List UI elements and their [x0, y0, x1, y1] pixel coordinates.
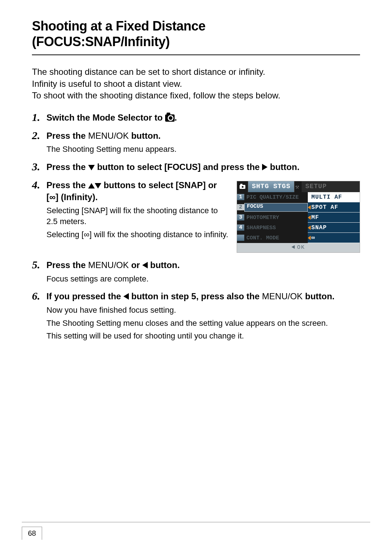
lcd-right-3: MF — [308, 212, 360, 223]
step-5-body: Focus settings are complete. — [46, 274, 360, 284]
down-arrow-icon — [88, 165, 95, 170]
title-rule — [32, 54, 360, 55]
lcd-left-4: SHARPNESS — [244, 225, 308, 231]
lcd-left-3: PHOTOMETRY — [244, 215, 308, 221]
step-4: Press the buttons to select [SNAP] or [∞… — [32, 179, 360, 253]
step-4-body-1: Selecting [SNAP] will fix the shooting d… — [46, 205, 230, 227]
lcd-setup-tool-icon: ⚒ — [294, 181, 302, 192]
lcd-right-1: MULTI AF — [308, 192, 360, 202]
up-arrow-icon — [88, 183, 95, 189]
step-6-body-3: This setting will be used for shooting u… — [46, 331, 360, 341]
step-3: Press the button to select [FOCUS] and p… — [32, 161, 360, 173]
camera-lcd-screenshot: SHTG STGS ⚒ SETUP 1PIC QUALITY/SIZE 2FOC… — [237, 181, 360, 253]
intro-line-3: To shoot with the shooting distance fixe… — [32, 90, 280, 100]
down-arrow-icon — [95, 183, 101, 189]
step-2-body: The Shooting Setting menu appears. — [46, 144, 360, 155]
step-6-body-2: The Shooting Setting menu closes and the… — [46, 318, 360, 329]
title-line-2: (FOCUS:SNAP/Infinity) — [32, 34, 170, 49]
menu-ok-label: MENU/OK — [262, 291, 303, 301]
lcd-footer-label: OK — [297, 244, 305, 251]
lcd-left-2: FOCUS — [244, 203, 308, 212]
step-1-text-a: Switch the Mode Selector to — [46, 113, 165, 122]
right-arrow-icon — [262, 164, 268, 170]
bottom-rule — [22, 522, 370, 522]
left-arrow-icon — [123, 293, 129, 300]
step-4-text-a: Press the — [46, 180, 88, 190]
step-2-text-b: button. — [129, 131, 161, 141]
step-3-text-b: button to select [FOCUS] and press the — [95, 162, 262, 172]
step-5: Press the MENU/OK or button. Focus setti… — [32, 259, 360, 284]
menu-ok-label: MENU/OK — [88, 260, 129, 270]
title-line-1: Shooting at a Fixed Distance — [32, 19, 205, 33]
step-4-title: Press the buttons to select [SNAP] or [∞… — [46, 180, 217, 202]
step-4-body-2: Selecting [∞] will fix the shooting dist… — [46, 229, 230, 240]
step-2-text-a: Press the — [46, 131, 88, 141]
lcd-tab-active: SHTG STGS — [248, 181, 294, 192]
step-6: If you pressed the button in step 5, pre… — [32, 291, 360, 341]
menu-ok-label: MENU/OK — [88, 131, 129, 141]
step-6-text-a: If you pressed the — [46, 291, 123, 301]
lcd-left-1: PIC QUALITY/SIZE — [244, 194, 308, 200]
step-2-title: Press the MENU/OK button. — [46, 131, 161, 141]
lcd-right-4: SNAP — [308, 223, 360, 233]
step-5-text-c: button. — [148, 260, 180, 270]
intro-line-2: Infinity is useful to shoot a distant vi… — [32, 79, 182, 89]
lcd-left-column: 1PIC QUALITY/SIZE 2FOCUS 3PHOTOMETRY 4SH… — [237, 192, 308, 243]
step-6-text-c: button. — [303, 291, 335, 301]
intro-line-1: The shooting distance can be set to shor… — [32, 67, 265, 77]
steps-list: Switch the Mode Selector to . Press the … — [32, 112, 360, 341]
step-2: Press the MENU/OK button. The Shooting S… — [32, 130, 360, 155]
step-1-text-b: . — [175, 113, 177, 122]
step-6-body-1: Now you have finished focus setting. — [46, 305, 360, 316]
lcd-tab-inactive: SETUP — [302, 181, 360, 192]
step-5-text-a: Press the — [46, 260, 88, 270]
lcd-right-5: ∞ — [308, 233, 360, 243]
step-6-title: If you pressed the button in step 5, pre… — [46, 291, 335, 301]
step-6-text-b: button in step 5, press also the — [129, 291, 262, 301]
step-3-text-c: button. — [268, 162, 299, 172]
page-title: Shooting at a Fixed Distance (FOCUS:SNAP… — [32, 18, 360, 49]
lcd-left-5: CONT. MODE — [244, 235, 308, 241]
step-5-text-b: or — [129, 260, 142, 270]
step-1-title: Switch the Mode Selector to . — [46, 113, 177, 122]
lcd-footer: OK — [237, 243, 360, 252]
lcd-camera-icon — [237, 181, 248, 192]
lcd-body: 1PIC QUALITY/SIZE 2FOCUS 3PHOTOMETRY 4SH… — [237, 192, 360, 243]
step-3-text-a: Press the — [46, 162, 88, 172]
lcd-left-arrow-icon — [291, 245, 295, 249]
page-number: 68 — [22, 527, 42, 540]
camera-icon — [165, 114, 175, 122]
left-arrow-icon — [142, 262, 148, 268]
intro-text: The shooting distance can be set to shor… — [32, 66, 360, 101]
step-1: Switch the Mode Selector to . — [32, 112, 360, 123]
step-3-title: Press the button to select [FOCUS] and p… — [46, 162, 299, 172]
step-5-title: Press the MENU/OK or button. — [46, 260, 180, 270]
lcd-tabs: SHTG STGS ⚒ SETUP — [237, 181, 360, 192]
lcd-right-column: MULTI AF SPOT AF MF SNAP ∞ — [308, 192, 360, 243]
lcd-right-2: SPOT AF — [308, 202, 360, 212]
